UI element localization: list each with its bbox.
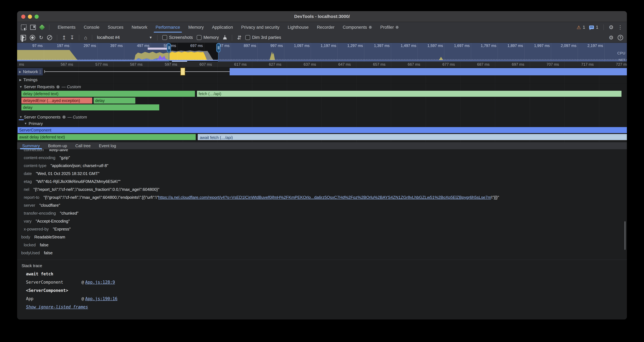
upload-profile-icon[interactable]: ↥ [62,35,66,40]
capture-settings-gear-icon[interactable]: ⚙ [609,35,614,41]
stack-frame-row: App@App.js:190:16 [17,294,627,303]
tab-console[interactable]: Console [80,22,104,33]
ruler-label: 567 ms [42,62,73,67]
screenshots-checkbox[interactable]: Screenshots [162,35,193,40]
details-tab-call-tree[interactable]: Call tree [72,142,94,149]
server-requests-track-header[interactable]: ▼ Server Requests — Custom [17,83,627,90]
details-tab-event-log[interactable]: Event log [96,142,120,149]
settings-gear-icon[interactable]: ⚙ [609,24,614,31]
ruler-label: 727 ms [597,62,627,67]
details-tab-bottom-up[interactable]: Bottom-up [44,142,70,149]
tab-sources[interactable]: Sources [104,22,128,33]
network-event-block[interactable] [180,68,185,76]
dim-3rd-parties-checkbox[interactable]: Dim 3rd parties [245,35,281,40]
memory-checkbox[interactable]: Memory [197,35,219,40]
timeline-event-bar[interactable]: delayedError (…ayed exception) [22,98,92,104]
ruler-unit: ms [19,62,24,67]
selection-handle-right[interactable] [216,43,220,52]
device-toolbar-icon[interactable] [30,25,36,30]
home-live-metrics-icon[interactable]: ⌂ [84,35,87,40]
warnings-indicator[interactable]: ⚠ [577,25,581,30]
network-track-label[interactable]: ▶ Network [18,68,43,75]
show-ignore-listed-frames-link[interactable]: Show ignore-listed frames [26,304,88,309]
inspect-element-icon[interactable] [21,25,26,30]
tab-elements[interactable]: Elements [54,22,80,33]
expand-triangle-icon[interactable]: ▼ [19,85,22,89]
expand-triangle-icon[interactable]: ▼ [19,115,22,119]
summary-key: content-type [24,163,46,168]
primary-group-header[interactable]: ▼ Primary [17,120,627,127]
details-tabbar: SummaryBottom-upCall treeEvent log [17,142,627,149]
server-components-track-header[interactable]: ▼ Server Components — Custom [17,114,627,120]
clear-recording-icon[interactable] [47,35,52,40]
details-tab-label: Event log [99,143,116,148]
record-button[interactable] [30,35,35,40]
stack-frame-source-link[interactable]: App.js:190:16 [85,296,118,301]
ruler-label: 717 ms [562,62,594,67]
summary-key: server [24,203,35,208]
tab-components[interactable]: Components [339,22,376,33]
timeline-event-bar[interactable]: await fetch (…/api) [198,134,627,140]
timings-track[interactable]: ▶ Timings [17,77,627,84]
divider [157,35,158,41]
more-options-icon[interactable]: ⋮ [618,24,623,30]
summary-value: "{\"group\":\"cf-nel\",\"max_age\":60480… [44,195,158,200]
tab-network[interactable]: Network [128,22,152,33]
timeline-event-bar[interactable]: fetch (…/api) [197,91,621,97]
tab-label: Application [212,25,233,30]
details-tab-summary[interactable]: Summary [19,142,43,149]
summary-value-link[interactable]: https://a.nel.cloudflare.com/report/v4?s… [158,195,491,200]
summary-value: \"}]}" [491,195,499,200]
collect-garbage-icon[interactable] [223,35,227,40]
tab-lighthouse[interactable]: Lighthouse [284,22,313,33]
overview-network-bar [17,60,218,61]
collapse-triangle-icon[interactable]: ▶ [19,78,22,82]
server-components-lane-2: await delay (deferred text)await fetch (… [17,134,627,141]
overview-ruler-label: 2,197 ms [572,44,603,48]
net-lane-label: NET [619,58,625,62]
warning-count: 1 [583,25,585,30]
timeline-event-bar[interactable]: delay (deferred text) [22,91,195,97]
tab-profiler[interactable]: Profiler [376,22,403,33]
summary-row: nel"{\"report_to\":\"cf-nel\",\"success_… [17,185,627,193]
timeline-event-bar[interactable]: delay [94,98,135,104]
download-profile-icon[interactable]: ↧ [70,35,74,40]
track-suffix: — Custom [68,115,87,120]
checkbox-label: Dim 3rd parties [252,35,281,40]
tab-privacy-and-security[interactable]: Privacy and security [237,22,284,33]
timeline-event-bar[interactable]: delay [22,104,159,110]
tab-memory[interactable]: Memory [184,22,208,33]
timeline-event-bar[interactable]: ServerComponent [18,127,627,133]
network-request-bar[interactable] [230,68,627,75]
details-tab-label: Summary [22,143,40,148]
divider [92,35,92,41]
cpu-lane-label: CPU [617,51,625,56]
track-name: Server Components [24,115,60,120]
reload-and-record-icon[interactable]: ↻ [39,35,43,40]
console-messages-icon[interactable] [589,26,594,29]
network-track[interactable]: ▶ Network [17,67,627,77]
collapse-triangle-icon[interactable]: ▶ [19,70,22,74]
summary-key: vary [24,219,32,223]
shrink-timeline-icon[interactable]: ⇵ [237,35,242,41]
extension-gem-icon[interactable] [39,25,45,30]
help-icon[interactable]: ? [618,35,623,40]
track-focus-indicator [19,119,24,120]
drag-grip-icon[interactable] [40,70,41,74]
tab-application[interactable]: Application [208,22,237,33]
ruler-label: 687 ms [458,62,490,67]
toggle-sidebar-icon[interactable] [20,35,26,40]
stack-frame-source-link[interactable]: App.js:128:9 [85,280,115,284]
summary-content: connection"keep-alive"content-encoding"g… [17,149,627,311]
tab-label: Network [132,25,147,30]
scrollbar-thumb[interactable] [624,221,626,250]
timeline-event-bar[interactable]: await delay (deferred text) [18,134,196,140]
ruler-label: 617 ms [215,62,247,67]
selection-handle-line [169,52,169,62]
selection-handle-left[interactable] [167,43,171,52]
timeline-overview[interactable]: 97 ms197 ms297 ms397 ms497 ms597 ms697 m… [17,43,627,62]
tab-recorder[interactable]: Recorder [313,22,339,33]
history-select[interactable]: localhost #4 ▼ [97,35,152,40]
expand-triangle-icon[interactable]: ▼ [24,122,27,125]
tab-performance[interactable]: Performance [152,22,184,33]
